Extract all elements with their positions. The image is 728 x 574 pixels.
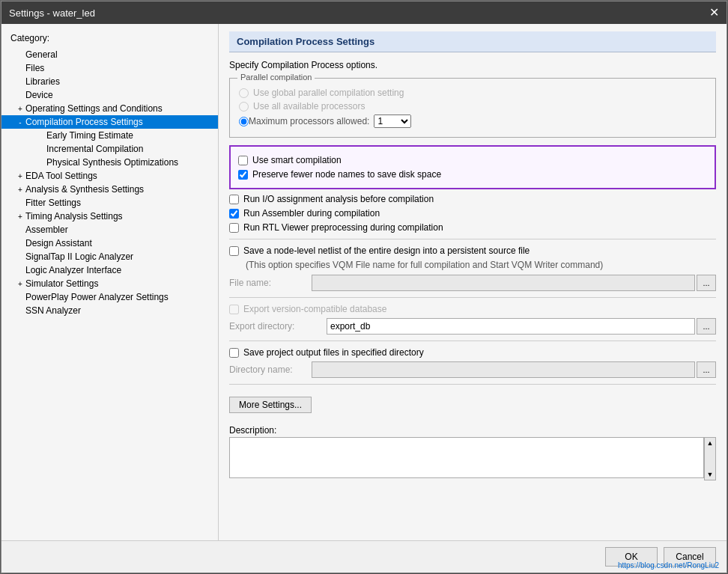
dialog-footer: OK Cancel https://blog.csdn.net/RongLiu2 xyxy=(1,540,727,573)
radio-global: Use global parallel compilation setting xyxy=(239,88,706,98)
dir-name-input xyxy=(312,361,695,378)
run-rtl-row: Run RTL Viewer preprocessing during comp… xyxy=(229,222,716,233)
tree-item-label-fitter-settings: Fitter Settings xyxy=(25,198,81,208)
run-io-checkbox[interactable] xyxy=(229,195,239,204)
tree-item-early-timing[interactable]: Early Timing Estimate xyxy=(1,129,218,142)
highlight-box: Use smart compilation Preserve fewer nod… xyxy=(229,145,716,189)
dir-name-browse-btn[interactable]: ... xyxy=(697,361,716,378)
export-dir-browse-btn[interactable]: ... xyxy=(697,318,716,335)
expand-icon-eda-tool: + xyxy=(15,172,25,180)
tree-item-powerplay[interactable]: PowerPlay Power Analyzer Settings xyxy=(1,290,218,304)
preserve-node-label: Preserve fewer node names to save disk s… xyxy=(252,169,441,180)
preserve-node-checkbox[interactable] xyxy=(238,170,248,180)
radio-max-proc-input[interactable] xyxy=(239,117,249,126)
description-wrapper: ▲ ▼ xyxy=(229,437,716,480)
divider-4 xyxy=(229,384,716,385)
save-output-label: Save project output files in specified d… xyxy=(243,347,424,358)
tree-item-signaltap[interactable]: SignalTap II Logic Analyzer xyxy=(1,250,218,263)
tree-item-label-libraries: Libraries xyxy=(25,76,60,87)
scroll-down-btn[interactable]: ▼ xyxy=(705,469,715,480)
smart-compile-checkbox[interactable] xyxy=(238,156,248,165)
tree-item-label-device: Device xyxy=(25,90,53,100)
file-name-label: File name: xyxy=(229,278,312,288)
section-desc: Specify Compilation Process options. xyxy=(229,60,716,70)
save-netlist-checkbox[interactable] xyxy=(229,246,239,256)
save-netlist-desc: (This option specifies VQM File name for… xyxy=(246,260,716,270)
export-dir-input[interactable] xyxy=(327,318,695,335)
settings-dialog: Settings - water_led ✕ Category: General… xyxy=(1,1,727,573)
run-rtl-checkbox[interactable] xyxy=(229,223,239,233)
radio-all-proc-input xyxy=(239,102,249,112)
tree-item-label-ssn: SSN Analyzer xyxy=(25,305,81,316)
tree-item-label-general: General xyxy=(25,49,58,60)
dialog-title: Settings - water_led xyxy=(9,7,95,19)
run-rtl-label: Run RTL Viewer preprocessing during comp… xyxy=(243,222,443,233)
expand-icon-simulator: + xyxy=(15,280,25,288)
scroll-up-btn[interactable]: ▲ xyxy=(705,438,715,448)
smart-compile-row: Use smart compilation xyxy=(238,155,707,165)
tree-item-libraries[interactable]: Libraries xyxy=(1,75,218,88)
tree-item-label-design-assistant: Design Assistant xyxy=(25,238,92,248)
tree-item-operating-settings[interactable]: +Operating Settings and Conditions xyxy=(1,102,218,115)
section-title: Compilation Process Settings xyxy=(229,31,716,52)
tree-item-simulator[interactable]: +Simulator Settings xyxy=(1,277,218,290)
tree-item-physical-synthesis[interactable]: Physical Synthesis Optimizations xyxy=(1,156,218,169)
dialog-body: Category: GeneralFilesLibrariesDevice+Op… xyxy=(1,24,727,540)
expand-icon-timing-analysis: + xyxy=(15,213,25,221)
export-db-label: Export version-compatible database xyxy=(243,304,386,314)
tree-item-analysis-synthesis[interactable]: +Analysis & Synthesis Settings xyxy=(1,183,218,196)
divider-1 xyxy=(229,239,716,239)
tree-item-design-assistant[interactable]: Design Assistant xyxy=(1,236,218,250)
export-dir-label: Export directory: xyxy=(229,321,327,332)
tree-item-files[interactable]: Files xyxy=(1,61,218,75)
tree-item-incremental-compilation[interactable]: Incremental Compilation xyxy=(1,142,218,156)
left-panel: Category: GeneralFilesLibrariesDevice+Op… xyxy=(1,24,219,540)
radio-max-proc-row: Maximum processors allowed: 1 2 4 xyxy=(239,115,706,128)
tree-item-eda-tool[interactable]: +EDA Tool Settings xyxy=(1,169,218,183)
run-io-label: Run I/O assignment analysis before compi… xyxy=(243,194,434,204)
export-db-checkbox xyxy=(229,305,239,314)
file-name-input xyxy=(312,275,695,291)
expand-icon-compilation-process: - xyxy=(15,118,25,126)
radio-all-proc: Use all available processors xyxy=(239,101,706,112)
description-textarea[interactable] xyxy=(229,437,704,478)
divider-3 xyxy=(229,341,716,341)
file-name-row: File name: ... xyxy=(229,275,716,291)
tree-item-ssn[interactable]: SSN Analyzer xyxy=(1,304,218,317)
tree-item-timing-analysis[interactable]: +Timing Analysis Settings xyxy=(1,210,218,223)
tree-item-compilation-process[interactable]: -Compilation Process Settings xyxy=(1,115,218,129)
tree-item-label-files: Files xyxy=(25,63,44,73)
preserve-node-row: Preserve fewer node names to save disk s… xyxy=(238,169,707,180)
parallel-group-label: Parallel compilation xyxy=(237,73,315,82)
tree-item-logic-analyzer[interactable]: Logic Analyzer Interface xyxy=(1,263,218,277)
export-dir-row: Export directory: ... xyxy=(229,318,716,335)
radio-global-input xyxy=(239,88,249,98)
tree-item-device[interactable]: Device xyxy=(1,88,218,102)
tree-item-fitter-settings[interactable]: Fitter Settings xyxy=(1,196,218,210)
tree-item-label-analysis-synthesis: Analysis & Synthesis Settings xyxy=(25,184,144,195)
tree-item-label-compilation-process: Compilation Process Settings xyxy=(25,117,143,127)
file-name-browse-btn[interactable]: ... xyxy=(697,275,716,291)
url-hint: https://blog.csdn.net/RongLiu2 xyxy=(618,561,719,570)
run-assembler-label: Run Assembler during compilation xyxy=(243,208,380,219)
tree-item-label-assembler: Assembler xyxy=(25,225,68,235)
tree-item-assembler[interactable]: Assembler xyxy=(1,223,218,236)
more-settings-button[interactable]: More Settings... xyxy=(229,397,312,413)
description-label: Description: xyxy=(229,425,716,436)
tree-item-label-simulator: Simulator Settings xyxy=(25,278,98,289)
tree-item-label-timing-analysis: Timing Analysis Settings xyxy=(25,211,123,222)
tree-item-label-powerplay: PowerPlay Power Analyzer Settings xyxy=(25,292,169,302)
tree-item-label-eda-tool: EDA Tool Settings xyxy=(25,171,97,181)
description-scrollbar: ▲ ▼ xyxy=(704,437,716,480)
tree-item-general[interactable]: General xyxy=(1,48,218,61)
run-assembler-row: Run Assembler during compilation xyxy=(229,208,716,219)
tree-item-label-incremental-compilation: Incremental Compilation xyxy=(46,144,143,154)
category-label: Category: xyxy=(1,30,218,48)
run-assembler-checkbox[interactable] xyxy=(229,209,239,219)
save-output-checkbox[interactable] xyxy=(229,348,239,358)
max-proc-select[interactable]: 1 2 4 xyxy=(374,115,411,128)
title-bar: Settings - water_led ✕ xyxy=(1,1,727,24)
close-button[interactable]: ✕ xyxy=(709,7,719,19)
tree-item-label-physical-synthesis: Physical Synthesis Optimizations xyxy=(46,157,178,168)
parallel-group: Parallel compilation Use global parallel… xyxy=(229,78,716,138)
